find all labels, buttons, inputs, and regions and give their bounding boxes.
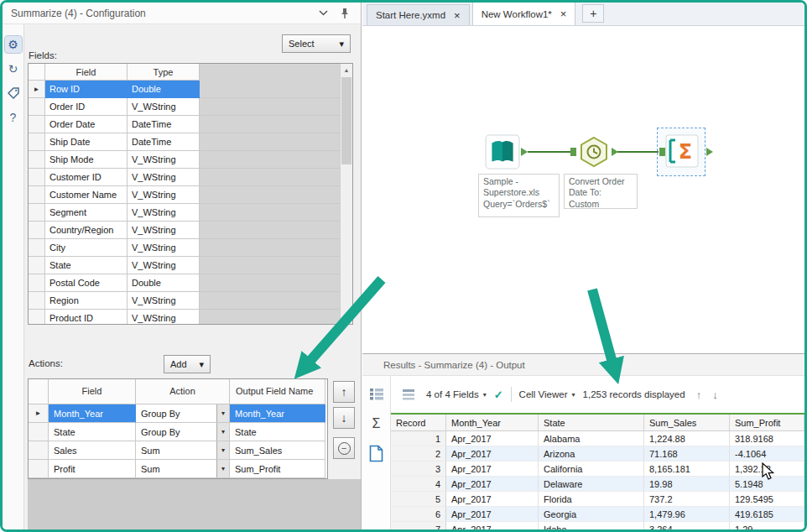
field-name-cell[interactable]: Customer Name [45, 186, 128, 204]
tool-annotation[interactable]: Convert Order Date To: Custom [564, 174, 638, 209]
input-anchor[interactable] [570, 148, 576, 156]
field-type-cell[interactable]: Double [128, 81, 200, 98]
state-cell[interactable]: California [539, 462, 644, 477]
field-name-cell[interactable]: Postal Code [45, 274, 128, 292]
tool-annotation[interactable]: Sample - Superstore.xls Query=`Orders$` [478, 174, 560, 217]
field-type-cell[interactable]: V_WString [128, 239, 200, 257]
state-cell[interactable]: Idaho [539, 522, 644, 529]
results-grid-row[interactable]: 5Apr_2017Florida737.2129.5495 [391, 492, 804, 507]
fields-scrollbar[interactable]: ▲ ▼ [340, 64, 352, 324]
field-name-cell[interactable]: Customer ID [45, 169, 128, 186]
state-cell[interactable]: Delaware [539, 477, 644, 492]
remove-action-button[interactable]: − [333, 437, 355, 459]
field-name-cell[interactable]: Order ID [45, 98, 128, 116]
fields-table-row[interactable]: Order DateDateTime [29, 116, 341, 133]
sum-profit-cell[interactable]: 129.5495 [730, 492, 804, 507]
navigation-icon[interactable]: ↻ [5, 60, 22, 77]
output-anchor[interactable] [612, 148, 618, 156]
scrollbar-down-icon[interactable]: ▼ [341, 311, 352, 324]
fields-table-row[interactable]: Ship DateDateTime [29, 133, 341, 151]
record-number-cell[interactable]: 2 [391, 446, 446, 462]
field-type-cell[interactable]: V_WString [128, 98, 200, 116]
field-name-cell[interactable]: Ship Date [45, 133, 128, 151]
field-name-cell[interactable]: City [45, 239, 128, 257]
field-name-cell[interactable]: Product ID [45, 310, 128, 325]
output-field-name-cell[interactable]: Sum_Profit [230, 460, 325, 478]
sum-profit-column-header[interactable]: Sum_Profit [730, 415, 804, 431]
actions-table-row[interactable]: ►Month_YearGroup By▾Month_Year [29, 404, 327, 423]
action-field-cell[interactable]: Sales [49, 441, 136, 460]
month-year-cell[interactable]: Apr_2017 [446, 522, 539, 529]
close-tab-icon[interactable]: × [454, 9, 461, 22]
record-number-cell[interactable]: 7 [391, 522, 446, 529]
field-type-cell[interactable]: DateTime [128, 133, 200, 151]
scrollbar-up-icon[interactable]: ▲ [341, 64, 352, 76]
sum-profit-cell[interactable]: -4.1064 [730, 446, 804, 462]
field-type-cell[interactable]: V_WString [128, 222, 200, 239]
month-year-cell[interactable]: Apr_2017 [446, 492, 539, 507]
sum-sales-cell[interactable]: 1,479.96 [644, 507, 730, 522]
fields-table-row[interactable]: StateV_WString [29, 257, 341, 274]
month-year-cell[interactable]: Apr_2017 [446, 431, 539, 446]
record-number-cell[interactable]: 4 [391, 477, 446, 492]
field-name-cell[interactable]: Region [45, 292, 128, 310]
record-number-cell[interactable]: 6 [391, 507, 446, 522]
fields-table-row[interactable]: Customer NameV_WString [29, 186, 341, 204]
select-fields-button[interactable]: Select ▾ [282, 34, 351, 53]
gear-icon[interactable]: ⚙ [5, 36, 22, 53]
field-name-cell[interactable]: Country/Region [45, 222, 128, 239]
month-year-column-header[interactable]: Month_Year [446, 415, 539, 431]
records-view-icon[interactable] [367, 384, 387, 404]
sum-profit-cell[interactable]: 419.6185 [730, 507, 804, 522]
fields-table-row[interactable]: Product IDV_WString [29, 310, 341, 325]
field-name-cell[interactable]: Order Date [45, 116, 128, 133]
record-number-cell[interactable]: 3 [391, 462, 446, 477]
layout-icon[interactable] [398, 384, 419, 404]
next-arrow-icon[interactable]: ↓ [712, 389, 718, 401]
state-cell[interactable]: Alabama [539, 431, 644, 446]
results-grid-row[interactable]: 3Apr_2017California8,165.1811,392.12 [391, 462, 804, 477]
fields-dropdown[interactable]: 4 of 4 Fields ▾ [426, 389, 487, 399]
action-dropdown[interactable]: Sum▾ [136, 460, 230, 478]
action-dropdown[interactable]: Group By▾ [136, 423, 230, 441]
state-cell[interactable]: Arizona [539, 446, 644, 462]
tool-input-data[interactable] [485, 134, 520, 170]
record-number-cell[interactable]: 5 [391, 492, 446, 507]
results-grid-row[interactable]: 4Apr_2017Delaware19.985.1948 [391, 477, 804, 492]
action-field-cell[interactable]: Profit [49, 460, 136, 478]
output-anchor[interactable] [521, 148, 528, 156]
report-page-icon[interactable] [367, 443, 387, 463]
sum-profit-cell[interactable]: 1,29 [730, 522, 804, 529]
field-name-cell[interactable]: Row ID [45, 81, 128, 98]
fields-table-row[interactable]: Postal CodeDouble [29, 274, 341, 292]
input-anchor[interactable] [659, 148, 665, 156]
pin-icon[interactable] [337, 6, 352, 21]
fields-table-row[interactable]: ►Row IDDouble [29, 81, 341, 98]
fields-table-row[interactable]: Ship ModeV_WString [29, 151, 341, 169]
results-grid-row[interactable]: 7Apr_2017Idaho3,2641,29 [391, 522, 804, 529]
sum-sales-cell[interactable]: 71.168 [644, 446, 730, 462]
fields-table-row[interactable]: RegionV_WString [29, 292, 341, 310]
month-year-cell[interactable]: Apr_2017 [446, 462, 539, 477]
record-number-cell[interactable]: 1 [391, 431, 446, 446]
sum-sales-cell[interactable]: 1,224.88 [644, 431, 730, 446]
field-type-cell[interactable]: V_WString [128, 310, 200, 325]
scrollbar-thumb[interactable] [341, 77, 351, 164]
output-field-name-cell[interactable]: State [230, 423, 325, 441]
field-type-cell[interactable]: Double [128, 274, 200, 292]
field-type-cell[interactable]: V_WString [128, 151, 200, 169]
month-year-cell[interactable]: Apr_2017 [446, 446, 539, 462]
sum-profit-cell[interactable]: 318.9168 [730, 431, 804, 446]
output-field-name-cell[interactable]: Month_Year [230, 404, 325, 423]
sum-sales-cell[interactable]: 737.2 [644, 492, 730, 507]
field-type-cell[interactable]: V_WString [128, 169, 200, 186]
actions-table-row[interactable]: SalesSum▾Sum_Sales [29, 441, 327, 460]
results-grid-row[interactable]: 6Apr_2017Georgia1,479.96419.6185 [391, 507, 804, 522]
tool-summarize[interactable]: Σ [665, 134, 699, 168]
sum-sales-cell[interactable]: 8,165.181 [644, 462, 730, 477]
actions-table-row[interactable]: StateGroup By▾State [29, 423, 327, 441]
results-grid-row[interactable]: 2Apr_2017Arizona71.168-4.1064 [391, 446, 804, 462]
field-name-cell[interactable]: Ship Mode [45, 151, 128, 169]
field-type-cell[interactable]: V_WString [128, 292, 200, 310]
record-column-header[interactable]: Record [391, 415, 446, 431]
